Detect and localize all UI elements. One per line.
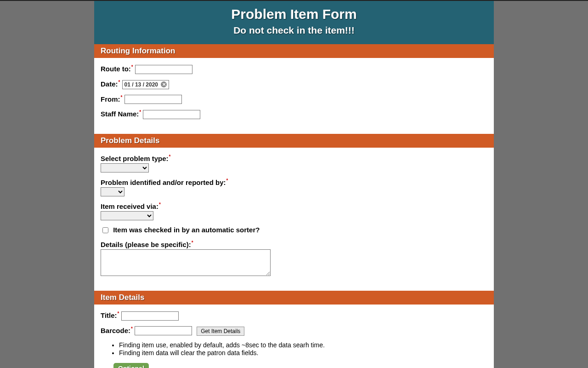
title-label: Title: [101, 311, 117, 319]
date-label: Date: [101, 80, 118, 88]
required-marker: * [139, 109, 141, 115]
required-marker: * [131, 64, 133, 69]
select-problem-type-label: Select problem type: [101, 155, 169, 162]
section-routing: Route to:* Date:* 01 / 13 / 2020 ✕ From:… [94, 58, 494, 127]
required-marker: * [121, 95, 123, 100]
get-item-details-button[interactable]: Get Item Details [197, 327, 244, 336]
required-marker: * [119, 80, 120, 85]
clear-date-icon[interactable]: ✕ [161, 81, 167, 87]
page-title: Problem Item Form [99, 6, 489, 22]
title-input[interactable] [121, 311, 179, 321]
route-to-input[interactable] [135, 65, 192, 74]
reported-by-label: Problem identified and/or reported by: [101, 178, 226, 186]
received-via-label: Item received via: [101, 202, 158, 210]
optional-fieldset: Optional Collection Code: [102, 363, 486, 368]
details-textarea[interactable] [101, 249, 271, 276]
section-item: Title:* Barcode:* Get Item Details Findi… [94, 305, 494, 368]
route-to-label: Route to: [101, 65, 131, 73]
page-container: Problem Item Form Do not check in the it… [94, 1, 494, 368]
staff-name-label: Staff Name: [101, 110, 139, 118]
date-input[interactable]: 01 / 13 / 2020 ✕ [122, 80, 169, 89]
page-subtitle: Do not check in the item!!! [99, 25, 489, 36]
barcode-label: Barcode: [101, 327, 130, 334]
note-item: Finding item data will clear the patron … [119, 349, 487, 356]
required-marker: * [118, 311, 119, 316]
section-heading-item: Item Details [94, 291, 494, 305]
required-marker: * [192, 240, 193, 245]
details-label: Details (please be specific): [101, 241, 191, 248]
required-marker: * [169, 154, 171, 159]
section-heading-routing: Routing Information [94, 44, 494, 58]
select-problem-type[interactable] [101, 163, 149, 172]
section-problem: Select problem type:* Problem identified… [94, 148, 494, 285]
from-label: From: [101, 95, 120, 103]
required-marker: * [226, 178, 228, 183]
required-marker: * [131, 326, 133, 331]
auto-sorter-checkbox[interactable] [102, 227, 108, 233]
received-via-select[interactable] [101, 211, 153, 220]
section-heading-problem: Problem Details [94, 134, 494, 148]
date-value: 01 / 13 / 2020 [124, 81, 158, 88]
auto-sorter-label: Item was checked in by an automatic sort… [113, 226, 260, 234]
item-notes-list: Finding item use, enabled by default, ad… [101, 341, 487, 356]
note-item: Finding item use, enabled by default, ad… [119, 341, 487, 349]
from-input[interactable] [124, 95, 182, 104]
barcode-input[interactable] [135, 326, 192, 335]
staff-name-input[interactable] [143, 110, 200, 119]
banner: Problem Item Form Do not check in the it… [94, 1, 494, 44]
optional-legend: Optional [113, 363, 149, 368]
reported-by-select[interactable] [101, 187, 124, 196]
required-marker: * [159, 202, 161, 207]
